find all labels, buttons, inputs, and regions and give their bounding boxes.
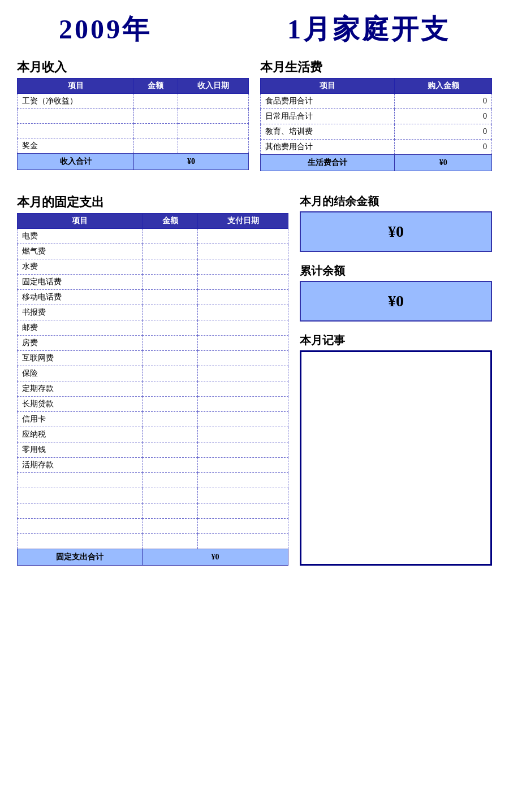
fixed-amount-3 [142, 259, 197, 275]
month-title-label: 1月家庭开支 [287, 14, 450, 44]
fixed-date-8 [198, 336, 288, 351]
cumulative-title: 累计余额 [300, 263, 492, 279]
income-total-row: 收入合计 ¥0 [18, 154, 249, 170]
living-total-row: 生活费合计 ¥0 [261, 155, 492, 171]
fixed-item-6: 书报费 [18, 305, 143, 320]
fixed-amount-8 [142, 336, 197, 351]
fixed-col-date: 支付日期 [198, 214, 288, 229]
table-row [18, 519, 288, 534]
living-item-3: 教育、培训费 [261, 124, 395, 140]
fixed-date-21 [198, 534, 288, 549]
income-total-label: 收入合计 [18, 154, 134, 170]
table-row: 保险 [18, 366, 288, 381]
income-section: 本月收入 项目 金额 收入日期 工资（净收益） [17, 59, 249, 171]
fixed-amount-16 [142, 458, 197, 473]
fixed-date-15 [198, 442, 288, 458]
table-row [18, 124, 249, 138]
fixed-item-4: 固定电话费 [18, 275, 143, 290]
fixed-amount-10 [142, 366, 197, 381]
fixed-item-5: 移动电话费 [18, 290, 143, 305]
living-col-item: 项目 [261, 79, 395, 94]
table-row: 房费 [18, 336, 288, 351]
income-item-3 [18, 124, 134, 138]
fixed-title: 本月的固定支出 [17, 194, 288, 211]
fixed-date-9 [198, 351, 288, 366]
living-item-2: 日常用品合计 [261, 109, 395, 124]
fixed-item-17 [18, 473, 143, 488]
fixed-total-row: 固定支出合计 ¥0 [18, 549, 288, 566]
table-row [18, 503, 288, 519]
living-item-1: 食品费用合计 [261, 94, 395, 109]
fixed-col-item: 项目 [18, 214, 143, 229]
income-amount-4 [134, 138, 178, 154]
income-amount-2 [134, 109, 178, 124]
table-row [18, 109, 249, 124]
income-title: 本月收入 [17, 59, 249, 76]
fixed-item-3: 水费 [18, 259, 143, 275]
fixed-item-20 [18, 519, 143, 534]
table-row: 其他费用合计 0 [261, 140, 492, 155]
table-row [18, 488, 288, 503]
fixed-amount-12 [142, 397, 197, 412]
fixed-item-12: 长期贷款 [18, 397, 143, 412]
living-table: 项目 购入金额 食品费用合计 0 日常用品合计 0 教育、培训费 0 其他费用合… [260, 78, 492, 171]
fixed-date-6 [198, 305, 288, 320]
income-amount-3 [134, 124, 178, 138]
fixed-amount-18 [142, 488, 197, 503]
balance-section: 本月的结余金额 ¥0 [300, 194, 492, 252]
living-amount-2: 0 [395, 109, 492, 124]
notes-textarea[interactable] [300, 350, 492, 566]
fixed-amount-20 [142, 519, 197, 534]
income-item-2 [18, 109, 134, 124]
fixed-amount-21 [142, 534, 197, 549]
fixed-total-label: 固定支出合计 [18, 549, 143, 566]
year-label: 2009年 [59, 14, 152, 44]
income-date-1 [178, 94, 248, 109]
fixed-item-19 [18, 503, 143, 519]
living-title: 本月生活费 [260, 59, 492, 76]
fixed-amount-17 [142, 473, 197, 488]
fixed-amount-15 [142, 442, 197, 458]
table-row: 食品费用合计 0 [261, 94, 492, 109]
income-date-3 [178, 124, 248, 138]
table-row: 应纳税 [18, 427, 288, 442]
balance-value: ¥0 [300, 211, 492, 252]
table-row: 邮费 [18, 320, 288, 336]
fixed-amount-14 [142, 427, 197, 442]
table-row: 长期贷款 [18, 397, 288, 412]
fixed-table: 项目 金额 支付日期 电费 燃气费 水费 固定电话费 [17, 213, 288, 566]
living-total-value: ¥0 [395, 155, 492, 171]
fixed-amount-5 [142, 290, 197, 305]
fixed-amount-4 [142, 275, 197, 290]
fixed-date-3 [198, 259, 288, 275]
notes-title: 本月记事 [300, 333, 492, 348]
fixed-item-8: 房费 [18, 336, 143, 351]
table-row: 书报费 [18, 305, 288, 320]
table-row: 教育、培训费 0 [261, 124, 492, 140]
fixed-date-18 [198, 488, 288, 503]
fixed-date-20 [198, 519, 288, 534]
table-row: 活期存款 [18, 458, 288, 473]
income-date-2 [178, 109, 248, 124]
fixed-date-17 [198, 473, 288, 488]
fixed-date-16 [198, 458, 288, 473]
living-col-amount: 购入金额 [395, 79, 492, 94]
cumulative-section: 累计余额 ¥0 [300, 263, 492, 322]
cumulative-value: ¥0 [300, 281, 492, 322]
fixed-item-1: 电费 [18, 229, 143, 244]
income-item-4: 奖金 [18, 138, 134, 154]
fixed-date-11 [198, 381, 288, 397]
fixed-date-12 [198, 397, 288, 412]
table-row: 定期存款 [18, 381, 288, 397]
fixed-item-21 [18, 534, 143, 549]
income-header-row: 项目 金额 收入日期 [18, 79, 249, 94]
table-row: 日常用品合计 0 [261, 109, 492, 124]
fixed-item-11: 定期存款 [18, 381, 143, 397]
fixed-item-2: 燃气费 [18, 244, 143, 259]
right-column: 本月的结余金额 ¥0 累计余额 ¥0 本月记事 [300, 194, 492, 566]
balance-title: 本月的结余金额 [300, 194, 492, 209]
fixed-item-14: 应纳税 [18, 427, 143, 442]
table-row: 互联网费 [18, 351, 288, 366]
fixed-amount-13 [142, 412, 197, 427]
fixed-amount-6 [142, 305, 197, 320]
